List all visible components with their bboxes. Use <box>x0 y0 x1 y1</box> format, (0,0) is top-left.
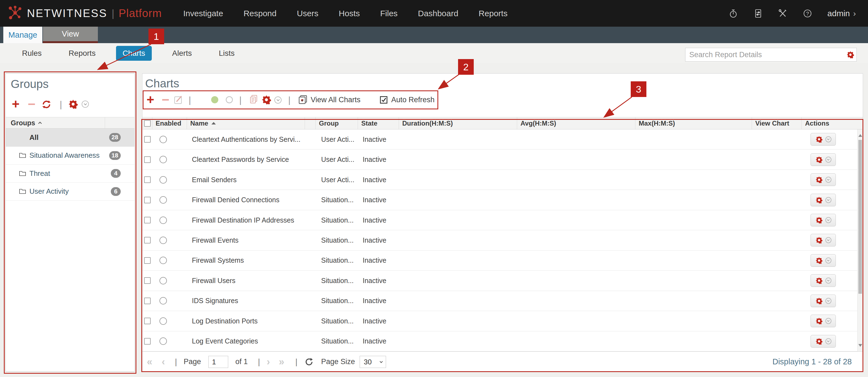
row-checkbox[interactable] <box>144 318 151 324</box>
row-checkbox[interactable] <box>144 197 151 203</box>
chart-row[interactable]: Firewall Systems Situation... Inactive <box>143 250 857 271</box>
page-size-select[interactable]: 30 <box>360 356 386 368</box>
row-checkbox[interactable] <box>144 156 151 163</box>
name-column-header[interactable]: Name <box>187 117 305 129</box>
netwitness-brand[interactable]: NETWITNESS | Platform <box>7 5 162 22</box>
select-all-header-cell[interactable] <box>143 117 152 129</box>
next-page-button[interactable]: › <box>267 352 270 372</box>
duration-column-header[interactable]: Duration(H:M:S) <box>399 117 517 129</box>
jobs-panel-icon[interactable] <box>753 8 763 19</box>
search-options-gear-icon[interactable] <box>844 50 857 59</box>
row-actions-button[interactable] <box>810 214 836 227</box>
scrollbar-thumb[interactable] <box>858 140 862 294</box>
page-input[interactable] <box>209 356 228 368</box>
row-checkbox[interactable] <box>144 257 151 264</box>
row-checkbox[interactable] <box>144 136 151 143</box>
edit-chart-icon[interactable] <box>174 95 183 104</box>
row-checkbox[interactable] <box>144 237 151 243</box>
state-column-header[interactable]: State <box>358 117 399 129</box>
refresh-table-icon[interactable] <box>305 352 313 372</box>
groups-settings-chevron-icon[interactable] <box>82 101 89 108</box>
timer-icon[interactable] <box>728 8 738 19</box>
enabled-indicator[interactable] <box>159 237 167 244</box>
enabled-indicator[interactable] <box>159 196 167 204</box>
enabled-indicator[interactable] <box>159 317 167 325</box>
scroll-down-arrow-icon[interactable] <box>858 344 862 349</box>
admin-tools-icon[interactable] <box>778 8 788 19</box>
main-menu-item[interactable]: Users <box>297 9 318 18</box>
enabled-indicator[interactable] <box>159 176 167 183</box>
group-row[interactable]: All 28 <box>6 129 134 147</box>
row-actions-button[interactable] <box>810 295 836 307</box>
subtab[interactable]: Reports <box>62 46 102 61</box>
chart-settings-chevron-icon[interactable] <box>274 97 282 104</box>
select-all-checkbox[interactable] <box>144 120 151 127</box>
view-all-charts-icon[interactable] <box>298 95 308 104</box>
row-actions-button[interactable] <box>810 173 836 186</box>
enabled-indicator[interactable] <box>159 277 167 284</box>
main-menu-item[interactable]: Dashboard <box>418 9 458 18</box>
enable-chart-icon[interactable] <box>211 96 218 103</box>
enabled-indicator[interactable] <box>159 297 167 304</box>
row-actions-button[interactable] <box>810 274 836 287</box>
chart-settings-gear-icon[interactable] <box>261 95 272 105</box>
add-group-button[interactable]: + <box>12 98 20 110</box>
group-row[interactable]: Threat 4 <box>6 165 134 183</box>
enabled-indicator[interactable] <box>159 136 167 143</box>
chart-row[interactable]: IDS Signatures Situation... Inactive <box>143 291 857 311</box>
chart-row[interactable]: Cleartext Authentications by Servi... Us… <box>143 129 857 149</box>
main-menu-item[interactable]: Investigate <box>183 9 223 18</box>
row-checkbox[interactable] <box>144 338 151 345</box>
chart-row[interactable]: Log Destination Ports Situation... Inact… <box>143 311 857 331</box>
main-menu-item[interactable]: Respond <box>244 9 277 18</box>
group-column-header[interactable]: Group <box>316 117 358 129</box>
row-checkbox[interactable] <box>144 176 151 183</box>
chart-row[interactable]: Firewall Denied Connections Situation...… <box>143 190 857 210</box>
chart-row[interactable]: Email Senders User Acti... Inactive <box>143 170 857 190</box>
chart-row[interactable]: Log Event Categories Situation... Inacti… <box>143 331 857 351</box>
row-checkbox[interactable] <box>144 298 151 304</box>
group-row[interactable]: User Activity 6 <box>6 183 134 201</box>
enabled-indicator[interactable] <box>159 256 167 264</box>
row-actions-button[interactable] <box>810 153 836 166</box>
duplicate-chart-icon[interactable] <box>249 95 258 104</box>
first-page-button[interactable]: « <box>147 352 152 372</box>
subtab[interactable]: Lists <box>212 46 241 61</box>
search-input[interactable] <box>685 50 844 59</box>
row-actions-button[interactable] <box>810 133 836 146</box>
add-chart-button[interactable]: + <box>147 91 154 108</box>
subtab[interactable]: Rules <box>16 46 49 61</box>
user-menu[interactable]: admin › <box>827 9 856 18</box>
auto-refresh-checkbox[interactable] <box>380 96 388 104</box>
remove-group-button[interactable]: − <box>28 98 35 110</box>
enabled-column-header[interactable]: Enabled <box>152 117 187 129</box>
enabled-indicator[interactable] <box>159 156 167 163</box>
max-column-header[interactable]: Max(H:M:S) <box>636 117 752 129</box>
group-row[interactable]: Situational Awareness 18 <box>6 147 134 165</box>
row-actions-button[interactable] <box>810 335 836 348</box>
enabled-indicator[interactable] <box>159 216 167 224</box>
subtab[interactable]: Charts <box>116 46 152 61</box>
row-actions-button[interactable] <box>810 234 836 246</box>
enabled-indicator[interactable] <box>159 337 167 345</box>
chart-row[interactable]: Firewall Destination IP Addresses Situat… <box>143 210 857 230</box>
prev-page-button[interactable]: ‹ <box>162 352 165 372</box>
avg-column-header[interactable]: Avg(H:M:S) <box>517 117 636 129</box>
tab-view[interactable]: View <box>43 27 98 43</box>
subtab[interactable]: Alerts <box>165 46 198 61</box>
chart-row[interactable]: Firewall Events Situation... Inactive <box>143 230 857 250</box>
table-scrollbar[interactable] <box>857 129 863 351</box>
row-checkbox[interactable] <box>144 217 151 224</box>
main-menu-item[interactable]: Reports <box>479 9 507 18</box>
scroll-up-arrow-icon[interactable] <box>858 132 862 137</box>
row-actions-button[interactable] <box>810 254 836 267</box>
help-icon[interactable]: ? <box>803 8 812 19</box>
disable-chart-icon[interactable] <box>226 96 233 103</box>
remove-chart-button[interactable]: − <box>162 91 169 108</box>
last-page-button[interactable]: » <box>279 352 284 372</box>
main-menu-item[interactable]: Hosts <box>339 9 360 18</box>
tab-manage[interactable]: Manage <box>3 27 42 43</box>
groups-settings-gear-icon[interactable] <box>68 99 79 109</box>
groups-list-header[interactable]: Groups <box>6 117 134 129</box>
chart-row[interactable]: Firewall Users Situation... Inactive <box>143 271 857 291</box>
